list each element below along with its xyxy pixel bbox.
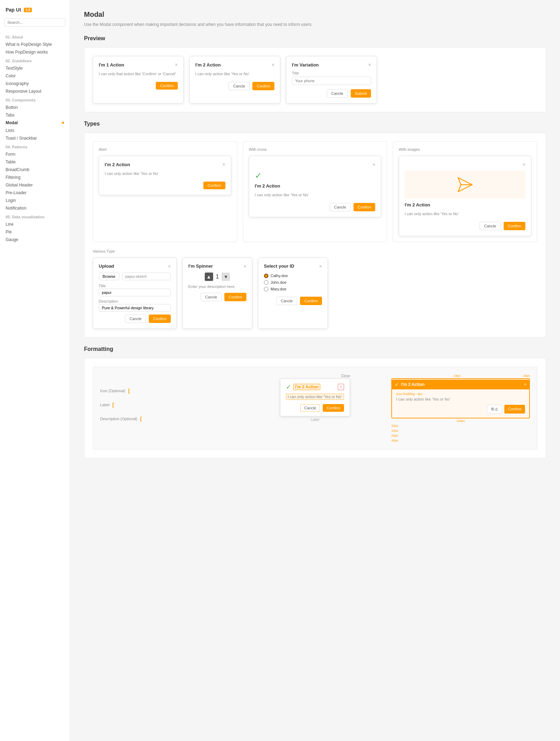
sidebar-item-pie[interactable]: Pie [0, 228, 70, 236]
format-bottom-label: Label [311, 418, 319, 422]
spinner-modal-close-button[interactable]: × [244, 263, 246, 269]
sidebar-item-toast[interactable]: Toast / Snackbar [0, 134, 70, 142]
upload-cancel-button[interactable]: Cancle [125, 315, 146, 323]
upload-desc-input[interactable] [99, 304, 171, 312]
desc-bracket: [ [140, 416, 142, 422]
spinner-description: Enter your description here. [188, 284, 246, 289]
modal-2-footer: Cancle Confirm [195, 82, 274, 90]
sidebar-item-gauge[interactable]: Gauge [0, 236, 70, 244]
select-option-mary[interactable]: Mary.doe [264, 286, 322, 292]
types-section-title: Types [84, 121, 546, 127]
icons-modal-cancel-button[interactable]: Cancle [330, 203, 351, 211]
spinner-confirm-button[interactable]: Confirm [224, 293, 246, 301]
various-label: Various Type [93, 249, 537, 253]
select-option-john[interactable]: John.doe [264, 279, 322, 286]
format-cancel-button[interactable]: Cancle [300, 404, 320, 412]
icons-modal-body: I can only action like 'Yes or No' [255, 192, 376, 198]
modal-1-confirm-button[interactable]: Confirm [156, 82, 178, 90]
select-modal-close-button[interactable]: × [319, 263, 322, 269]
dim-24px-right: 24px [523, 374, 530, 377]
preview-modal-3: I'm Variation × Title Cancle Submit [286, 56, 377, 104]
spinner-value: 1 [216, 274, 219, 280]
sidebar-item-responsive[interactable]: Responsive Layout [0, 87, 70, 95]
modal-image-area [405, 171, 525, 199]
modal-3-footer: Cancle Submit [292, 89, 371, 98]
modal-2-cancel-button[interactable]: Cancle [229, 82, 250, 90]
sidebar-item-tabs[interactable]: Tabs [0, 111, 70, 119]
icons-modal-footer: Cancle Confirm [255, 203, 376, 211]
modal-2-close-button[interactable]: × [272, 62, 274, 68]
section-title-components: 03. Components [0, 95, 70, 104]
sidebar-item-modal[interactable]: Modal [0, 119, 70, 127]
upload-filename: papui.sketch [122, 273, 171, 280]
close-label: Close [280, 374, 350, 378]
section-title-patterns: 04. Patterns [0, 142, 70, 150]
modal-3-close-button[interactable]: × [368, 62, 371, 68]
section-title-about: 01. About [0, 32, 70, 41]
dim-32px: 32px [391, 424, 398, 428]
preview-modal-1: I'm 1 Action × I can only that action li… [93, 56, 184, 104]
alert-modal-header: I'm 2 Action × [105, 162, 225, 167]
dim-10px: 10px [391, 429, 398, 432]
modal-3-submit-button[interactable]: Submit [351, 89, 371, 98]
sidebar-item-what-is[interactable]: What is PopDesign Style [0, 41, 70, 48]
spinner-cancel-button[interactable]: Cancle [201, 293, 222, 301]
section-title-guidelines: 02. Guidelines [0, 56, 70, 64]
upload-confirm-button[interactable]: Confirm [149, 315, 171, 323]
upload-modal-close-button[interactable]: × [168, 263, 171, 269]
images-modal-confirm-button[interactable]: Confirm [504, 222, 526, 230]
select-confirm-button[interactable]: Confirm [300, 297, 322, 305]
select-radio-cathy[interactable] [264, 274, 268, 278]
formatting-inner: Icon (Optional) [ Label [ Description (O… [93, 367, 537, 450]
ann-cancel-button[interactable]: 취소 [487, 405, 502, 414]
sidebar-item-iconography[interactable]: Iconography [0, 80, 70, 87]
spinner-up-button[interactable]: ▲ [205, 273, 213, 281]
spinner-down-button[interactable]: ▼ [222, 273, 230, 281]
upload-browse-button[interactable]: Browse [99, 273, 119, 280]
modal-3-title: I'm Variation [292, 62, 319, 68]
sidebar-item-breadcrumb[interactable]: BreadCrumb [0, 166, 70, 174]
sidebar-item-button[interactable]: Button [0, 104, 70, 111]
modal-3-phone-input[interactable] [292, 77, 371, 85]
sidebar-item-notification[interactable]: Notification [0, 204, 70, 212]
sidebar-item-textstyle[interactable]: TextStyle [0, 64, 70, 72]
sidebar-item-preloader[interactable]: Pre-Loader [0, 189, 70, 197]
format-labels-column: Icon (Optional) [ Label [ Description (O… [100, 374, 239, 442]
sidebar-item-table[interactable]: Table [0, 158, 70, 166]
page-description: Use the Modal component when making impo… [84, 22, 546, 27]
format-modal-close-button[interactable]: × [338, 384, 344, 390]
upload-title-input[interactable] [99, 289, 171, 296]
sidebar-item-line[interactable]: Line [0, 220, 70, 228]
sidebar-item-form[interactable]: Form [0, 150, 70, 158]
select-cancel-button[interactable]: Cancle [276, 297, 297, 305]
alert-modal-close-button[interactable]: × [222, 162, 225, 167]
sidebar-item-global-header[interactable]: Global Header [0, 181, 70, 189]
format-confirm-button[interactable]: Confirm [323, 404, 344, 412]
preview-modal-row: I'm 1 Action × I can only that action li… [93, 56, 537, 104]
format-modal-column: Close ✓ I'm 2 Action × I can only action… [246, 374, 384, 442]
modal-2-header: I'm 2 Action × [195, 62, 274, 68]
sidebar-item-login[interactable]: Login [0, 197, 70, 204]
alert-modal-confirm-button[interactable]: Confirm [203, 182, 225, 189]
select-radio-mary[interactable] [264, 287, 268, 291]
icons-modal-title-row: I'm 2 Action [255, 183, 376, 189]
select-radio-john[interactable] [264, 280, 268, 285]
sidebar-item-color[interactable]: Color [0, 72, 70, 80]
sidebar-item-lists[interactable]: Lists [0, 127, 70, 134]
type-alert-modal: I'm 2 Action × I can only action like 'Y… [99, 156, 231, 195]
sidebar-item-how[interactable]: How PopDesign works [0, 48, 70, 56]
images-modal-cancel-button[interactable]: Cancle [479, 222, 500, 230]
modal-2-confirm-button[interactable]: Confirm [252, 82, 274, 90]
icons-modal-close-button[interactable]: × [372, 162, 375, 167]
search-input[interactable] [4, 18, 65, 27]
type-alert-box: Alert I'm 2 Action × I can only action l… [93, 141, 237, 242]
modal-3-cancel-button[interactable]: Cancle [327, 89, 348, 98]
ann-title: I'm 2 Action [401, 382, 522, 387]
images-modal-close-button[interactable]: × [523, 162, 525, 167]
modal-3-header: I'm Variation × [292, 62, 371, 68]
sidebar-item-filtering[interactable]: Filtering [0, 174, 70, 181]
icons-modal-confirm-button[interactable]: Confirm [354, 203, 376, 211]
select-option-cathy[interactable]: Cathy.doe [264, 273, 322, 279]
ann-confirm-button[interactable]: Confirm [504, 405, 525, 414]
modal-1-close-button[interactable]: × [175, 62, 178, 68]
